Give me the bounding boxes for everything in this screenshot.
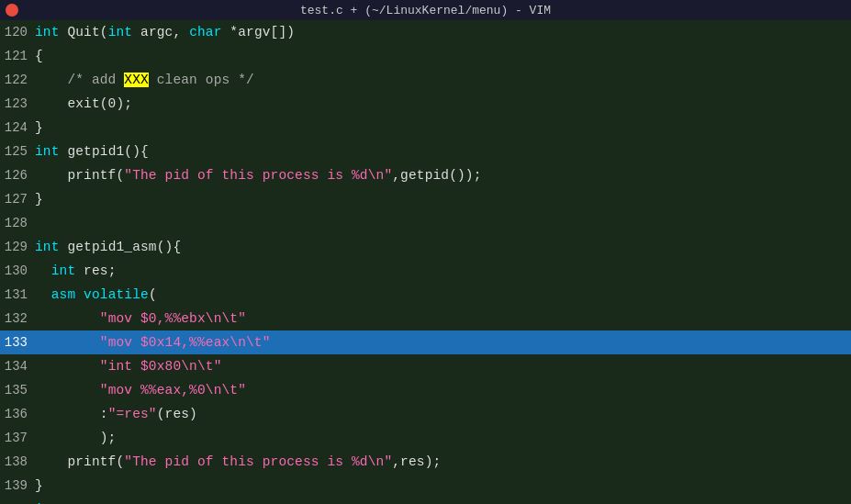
code-token: ); (35, 431, 116, 445)
title-bar: test.c + (~/LinuxKernel/menu) - VIM (0, 0, 851, 20)
line-content: "int $0x80\n\t" (35, 359, 851, 374)
code-token: "mov $0,%%ebx\n\t" (100, 311, 246, 326)
code-token: getpid1(){ (60, 144, 149, 159)
table-row: 124} (0, 116, 851, 140)
line-content: printf("The pid of this process is %d\n"… (35, 168, 851, 183)
line-content: int Quit(int argc, char *argv[]) (35, 25, 851, 39)
line-content: /* add XXX clean ops */ (35, 73, 851, 87)
line-number: 138 (0, 454, 35, 469)
line-content: { (35, 49, 851, 63)
line-content: ); (35, 431, 851, 445)
line-content: } (35, 192, 851, 207)
table-row: 138 printf("The pid of this process is %… (0, 450, 851, 474)
table-row: 131 asm volatile( (0, 283, 851, 307)
table-row: 132 "mov $0,%%ebx\n\t" (0, 307, 851, 330)
table-row: 137 ); (0, 426, 851, 450)
editor-area: 120int Quit(int argc, char *argv[])121{1… (0, 20, 851, 504)
line-content: asm volatile( (35, 287, 851, 302)
line-content: int getpid1_asm(){ (35, 240, 851, 254)
table-row: 122 /* add XXX clean ops */ (0, 68, 851, 92)
code-token: "The pid of this process is %d\n" (124, 168, 392, 183)
table-row: 127} (0, 187, 851, 211)
line-content: "mov %%eax,%0\n\t" (35, 383, 851, 398)
table-row: 136 :"=res"(res) (0, 402, 851, 426)
code-token: int (51, 263, 76, 278)
code-token: res; (75, 263, 116, 278)
line-number: 128 (0, 216, 35, 230)
code-token: "mov %%eax,%0\n\t" (100, 383, 246, 398)
table-row: 130 int res; (0, 259, 851, 283)
code-token (35, 287, 51, 302)
code-token: Quit( (60, 25, 108, 39)
code-token: exit(0); (35, 96, 132, 111)
code-token: : (35, 407, 108, 421)
code-token (75, 287, 84, 302)
code-token (35, 311, 100, 326)
code-token: "=res" (108, 407, 157, 421)
line-number: 126 (0, 168, 35, 183)
line-number: 131 (0, 287, 35, 302)
code-token: int (108, 25, 133, 39)
line-number: 135 (0, 383, 35, 398)
line-number: 129 (0, 240, 35, 254)
code-container: 120int Quit(int argc, char *argv[])121{1… (0, 20, 851, 504)
line-number: 124 (0, 120, 35, 135)
code-token: "The pid of this process is %d\n" (124, 454, 392, 469)
line-number: 132 (0, 311, 35, 326)
line-content: exit(0); (35, 96, 851, 111)
code-token: int (35, 240, 60, 254)
code-token: int (35, 144, 60, 159)
window-title: test.c + (~/LinuxKernel/menu) - VIM (300, 4, 551, 17)
line-content: "mov $0,%%ebx\n\t" (35, 311, 851, 326)
code-token: (res) (157, 407, 197, 421)
line-content: printf("The pid of this process is %d\n"… (35, 454, 851, 469)
code-token: printf( (35, 168, 124, 183)
code-token: clean ops */ (149, 73, 254, 87)
code-token: ( (149, 287, 157, 302)
line-content: :"=res"(res) (35, 407, 851, 421)
code-token: "int $0x80\n\t" (100, 359, 222, 374)
close-button[interactable] (6, 4, 18, 17)
code-token: } (35, 120, 43, 135)
line-number: 122 (0, 73, 35, 87)
line-content: "mov $0x14,%%eax\n\t" (35, 335, 851, 350)
code-token: ,res); (392, 454, 441, 469)
table-row: 140int ... (0, 498, 851, 504)
line-number: 134 (0, 359, 35, 374)
table-row: 120int Quit(int argc, char *argv[]) (0, 20, 851, 44)
code-token: char (189, 25, 221, 39)
table-row: 121{ (0, 44, 851, 68)
table-row: 129int getpid1_asm(){ (0, 235, 851, 259)
table-row: 125int getpid1(){ (0, 140, 851, 163)
table-row: 133 "mov $0x14,%%eax\n\t" (0, 330, 851, 354)
table-row: 123 exit(0); (0, 92, 851, 116)
line-content: int res; (35, 263, 851, 278)
line-content: } (35, 478, 851, 493)
code-token (35, 359, 100, 374)
code-token: } (35, 192, 43, 207)
table-row: 135 "mov %%eax,%0\n\t" (0, 378, 851, 402)
code-token: "mov $0x14,%%eax\n\t" (100, 335, 271, 350)
code-token: int (35, 25, 60, 39)
code-token (35, 263, 51, 278)
table-row: 126 printf("The pid of this process is %… (0, 163, 851, 187)
code-token: getpid1_asm(){ (60, 240, 182, 254)
code-token: *argv[]) (222, 25, 296, 39)
line-number: 123 (0, 96, 35, 111)
table-row: 128 (0, 211, 851, 235)
table-row: 134 "int $0x80\n\t" (0, 354, 851, 378)
code-token (35, 73, 67, 87)
line-number: 127 (0, 192, 35, 207)
code-token (35, 335, 100, 350)
line-number: 125 (0, 144, 35, 159)
code-token (35, 383, 100, 398)
highlight-token: XXX (124, 73, 149, 87)
line-number: 136 (0, 407, 35, 421)
code-token: printf( (35, 454, 124, 469)
table-row: 139} (0, 474, 851, 498)
line-number: 139 (0, 478, 35, 493)
code-token: { (35, 49, 43, 63)
code-token: } (35, 478, 43, 493)
line-number: 137 (0, 431, 35, 445)
line-number: 120 (0, 25, 35, 39)
